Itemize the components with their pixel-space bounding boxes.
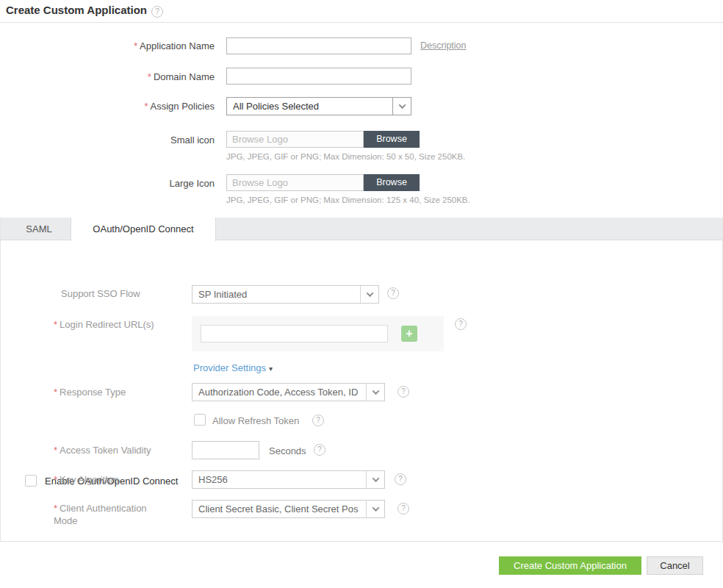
application-name-input[interactable] (226, 37, 411, 54)
page-title: Create Custom Application (6, 4, 147, 16)
key-algorithm-label: *Key Algorithm (54, 474, 118, 485)
enable-oauth-checkbox[interactable] (25, 475, 37, 487)
client-auth-mode-help-icon[interactable]: ? (398, 503, 409, 514)
small-icon-label: Small icon (0, 135, 215, 146)
chevron-down-icon (366, 384, 384, 401)
large-icon-hint: JPG, JPEG, GIF or PNG; Max Dimension: 12… (226, 196, 470, 204)
response-type-label: *Response Type (54, 387, 126, 398)
large-icon-filename-input[interactable] (226, 174, 364, 191)
small-icon-browse-button[interactable]: Browse (364, 131, 420, 148)
client-auth-mode-select[interactable]: Client Secret Basic, Client Secret Pos (192, 500, 385, 518)
large-icon-browse-button[interactable]: Browse (364, 174, 420, 191)
help-icon[interactable]: ? (151, 6, 163, 18)
client-auth-mode-label: *Client Authentication Mode (54, 502, 164, 527)
allow-refresh-token-label: Allow Refresh Token (212, 415, 299, 426)
large-icon-label: Large Icon (0, 178, 215, 189)
client-auth-mode-value: Client Secret Basic, Client Secret Pos (193, 501, 366, 517)
login-redirect-help-icon[interactable]: ? (455, 318, 467, 330)
add-redirect-url-button[interactable]: + (401, 326, 417, 342)
required-marker: * (145, 101, 148, 112)
sso-flow-label: Support SSO Flow (61, 288, 140, 299)
required-marker: * (54, 474, 57, 485)
key-algorithm-help-icon[interactable]: ? (395, 473, 406, 485)
access-token-validity-input[interactable] (192, 441, 259, 459)
small-icon-filename-input[interactable] (226, 131, 364, 148)
application-name-label: *Application Name (0, 40, 215, 51)
chevron-down-icon (366, 471, 384, 488)
required-marker: * (148, 71, 151, 82)
required-marker: * (134, 40, 137, 51)
response-type-value: Authorization Code, Access Token, ID (193, 384, 366, 401)
tab-oauth-openid-connect[interactable]: OAuth/OpenID Connect (71, 218, 216, 241)
domain-name-label: *Domain Name (0, 71, 215, 82)
sso-flow-help-icon[interactable]: ? (387, 287, 399, 299)
chevron-down-icon (392, 98, 411, 115)
assign-policies-label: *Assign Policies (0, 101, 215, 112)
header-divider (0, 22, 723, 23)
create-custom-application-page: Create Custom Application ? *Application… (0, 0, 723, 588)
key-algorithm-select[interactable]: HS256 (192, 470, 385, 489)
required-marker: * (54, 445, 57, 456)
login-redirect-label: *Login Redirect URL(s) (54, 319, 154, 330)
login-redirect-input[interactable] (201, 325, 388, 343)
chevron-down-icon (360, 286, 378, 303)
description-link[interactable]: Description (420, 40, 467, 51)
key-algorithm-value: HS256 (193, 471, 366, 488)
response-type-help-icon[interactable]: ? (398, 386, 409, 398)
required-marker: * (54, 387, 57, 398)
plus-icon: + (406, 327, 412, 340)
assign-policies-value: All Policies Selected (227, 98, 392, 115)
assign-policies-select[interactable]: All Policies Selected (226, 97, 411, 115)
access-token-validity-help-icon[interactable]: ? (314, 444, 325, 456)
protocol-tab-panel: SAML OAuth/OpenID Connect Enable OAuth/O… (0, 218, 723, 542)
small-icon-hint: JPG, JPEG, GIF or PNG; Max Dimension: 50… (226, 152, 465, 161)
create-custom-application-button[interactable]: Create Custom Application (499, 556, 641, 575)
cancel-button[interactable]: Cancel (647, 556, 703, 575)
caret-down-icon: ▾ (269, 365, 273, 373)
tab-strip: SAML OAuth/OpenID Connect (1, 218, 722, 240)
login-redirect-group: + (192, 316, 444, 351)
required-marker: * (54, 503, 57, 514)
provider-settings-toggle[interactable]: Provider Settings▾ (193, 362, 273, 373)
domain-name-input[interactable] (226, 68, 411, 85)
response-type-select[interactable]: Authorization Code, Access Token, ID (192, 383, 385, 401)
seconds-unit-label: Seconds (269, 445, 306, 456)
tab-saml[interactable]: SAML (7, 218, 71, 240)
required-marker: * (54, 319, 57, 330)
chevron-down-icon (366, 501, 384, 517)
allow-refresh-token-checkbox[interactable] (194, 414, 206, 426)
access-token-validity-label: *Access Token Validity (54, 445, 151, 456)
allow-refresh-token-help-icon[interactable]: ? (312, 415, 324, 426)
sso-flow-select[interactable]: SP Initiated (192, 285, 379, 304)
sso-flow-value: SP Initiated (193, 286, 360, 303)
